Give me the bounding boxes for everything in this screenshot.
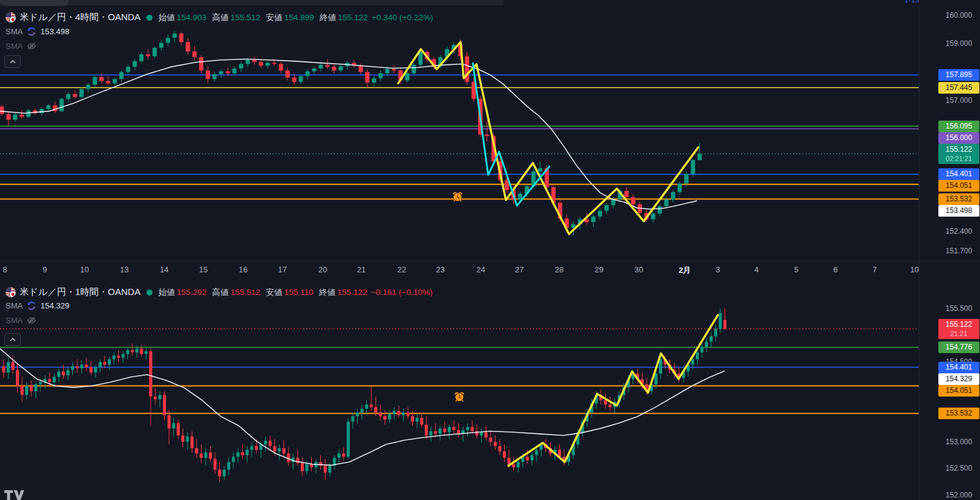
candle-body bbox=[13, 114, 17, 119]
candle-body bbox=[39, 382, 42, 384]
time-axis[interactable]: 891013141516172021222324272829302月345671… bbox=[0, 262, 919, 278]
candle-body bbox=[25, 386, 28, 395]
candle-body bbox=[104, 362, 107, 364]
candle-body bbox=[508, 458, 511, 464]
candle-body bbox=[264, 441, 267, 444]
candle-body bbox=[292, 78, 296, 82]
candle-body bbox=[285, 70, 290, 78]
indicator-row-sma-hidden[interactable]: SMA bbox=[6, 316, 36, 325]
candle-body bbox=[232, 69, 236, 73]
time-axis-label: 20 bbox=[318, 265, 327, 274]
candle-body bbox=[46, 105, 50, 109]
indicator-row-sma-hidden[interactable]: SMA bbox=[6, 42, 36, 51]
tradingview-logo[interactable] bbox=[4, 490, 25, 500]
time-axis-label: 28 bbox=[555, 265, 564, 274]
candlestick-chart-1h[interactable] bbox=[0, 282, 919, 500]
candle-body bbox=[710, 337, 713, 342]
sma-label[interactable]: SMA bbox=[6, 301, 23, 310]
collapse-panel-button-1h[interactable] bbox=[4, 333, 21, 346]
candle-body bbox=[30, 386, 33, 392]
candle-body bbox=[66, 94, 70, 99]
candle-body bbox=[181, 435, 184, 441]
candle-body bbox=[195, 448, 198, 453]
candle-body bbox=[199, 57, 203, 70]
current-price-label: 155.12202:21:21 bbox=[938, 144, 979, 164]
candle-body bbox=[332, 67, 336, 70]
indicator-row-sma[interactable]: SMA 153.498 bbox=[6, 27, 69, 36]
time-axis-label: 27 bbox=[515, 265, 524, 274]
change-value: +0.340 (+0.22%) bbox=[372, 13, 434, 22]
price-label-157.895: 157.895 bbox=[938, 69, 979, 81]
open-label: 始値 bbox=[158, 12, 175, 23]
price-alert-icon[interactable] bbox=[455, 393, 464, 401]
candle-body bbox=[526, 457, 529, 460]
candle-body bbox=[236, 452, 239, 457]
symbol-title[interactable]: 米ドル／円・1時間・OANDA bbox=[20, 286, 140, 298]
sma-hidden-label[interactable]: SMA bbox=[6, 42, 23, 51]
usdjpy-flag-icon bbox=[6, 12, 16, 23]
candle-body bbox=[186, 436, 189, 442]
time-axis-label: 30 bbox=[635, 265, 643, 274]
change-value: −0.161 (−0.10%) bbox=[371, 288, 433, 297]
candle-body bbox=[379, 412, 382, 416]
candle-body bbox=[266, 63, 270, 66]
candle-body bbox=[279, 64, 283, 70]
market-status-dot[interactable] bbox=[146, 15, 153, 21]
time-axis-label: 4 bbox=[754, 265, 758, 274]
market-status-dot[interactable] bbox=[146, 289, 153, 296]
sma-label[interactable]: SMA bbox=[6, 27, 23, 36]
candle-body bbox=[219, 72, 224, 75]
time-axis-label: 9 bbox=[42, 265, 47, 274]
candle-body bbox=[372, 78, 376, 83]
candle-body bbox=[385, 69, 390, 73]
candle-body bbox=[200, 453, 203, 458]
candle-body bbox=[339, 66, 343, 70]
candle-body bbox=[457, 430, 460, 434]
candle-body bbox=[206, 70, 210, 79]
time-axis-label: 15 bbox=[199, 265, 208, 274]
high-value: 155.512 bbox=[230, 288, 260, 297]
candle-body bbox=[306, 464, 309, 471]
candle-body bbox=[392, 69, 396, 70]
candle-body bbox=[223, 469, 226, 476]
time-axis-separator bbox=[0, 261, 980, 261]
candle-body bbox=[342, 453, 345, 457]
time-axis-label: 14 bbox=[160, 265, 168, 274]
indicator-row-sma[interactable]: SMA 154.329 bbox=[6, 301, 69, 310]
candle-body bbox=[631, 197, 635, 204]
candlestick-chart-4h[interactable] bbox=[0, 6, 919, 259]
symbol-title[interactable]: 米ドル／円・4時間・OANDA bbox=[20, 12, 140, 23]
candle-body bbox=[20, 114, 24, 117]
open-value: 154.903 bbox=[176, 13, 206, 22]
zigzag-line-0 bbox=[398, 42, 698, 234]
candle-body bbox=[67, 370, 70, 375]
candle-body bbox=[80, 89, 84, 97]
browser-tab-remnant[interactable] bbox=[0, 0, 69, 6]
low-value: 155.110 bbox=[284, 288, 314, 297]
high-label: 高値 bbox=[212, 12, 228, 23]
candle-body bbox=[99, 77, 104, 81]
candle-body bbox=[705, 341, 708, 347]
candle-body bbox=[388, 414, 391, 420]
eye-slash-icon[interactable] bbox=[27, 316, 36, 325]
collapse-panel-button-4h[interactable] bbox=[4, 55, 21, 68]
candle-body bbox=[696, 353, 699, 359]
bar-countdown: 02:21:21 bbox=[938, 155, 979, 163]
candle-body bbox=[259, 62, 263, 65]
sma-indicator-icon bbox=[27, 27, 36, 36]
sma-hidden-label[interactable]: SMA bbox=[6, 316, 23, 325]
candle-body bbox=[179, 34, 183, 42]
eye-slash-icon[interactable] bbox=[27, 42, 36, 51]
price-label-157.445: 157.445 bbox=[938, 82, 979, 94]
candle-body bbox=[232, 457, 235, 462]
candle-body bbox=[80, 365, 83, 368]
candle-body bbox=[251, 446, 254, 450]
candle-body bbox=[149, 351, 153, 397]
time-axis-label: 10 bbox=[910, 265, 919, 274]
candle-body bbox=[146, 54, 150, 56]
sma-value: 153.498 bbox=[40, 27, 69, 36]
current-price-label: 155.12221:21 bbox=[938, 319, 979, 339]
price-alert-icon[interactable] bbox=[453, 193, 462, 201]
time-axis-label: 17 bbox=[278, 265, 287, 274]
candle-body bbox=[398, 411, 401, 415]
